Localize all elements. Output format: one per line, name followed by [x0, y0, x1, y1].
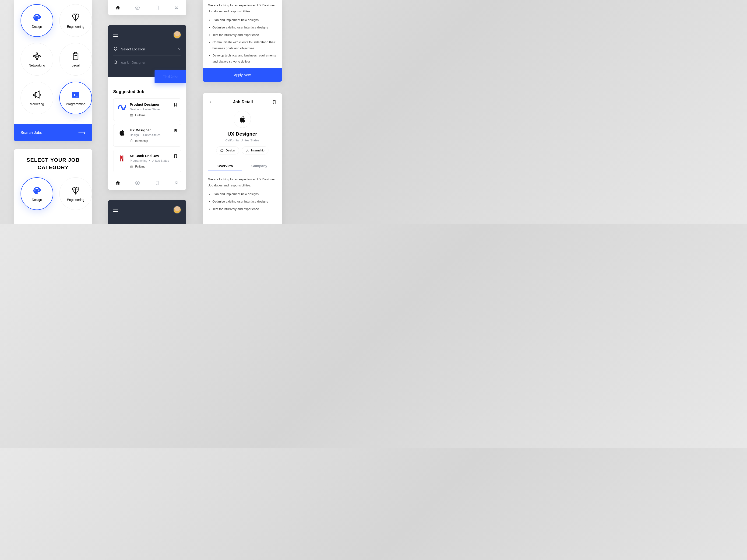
category-marketing[interactable]: Marketing: [21, 82, 53, 114]
panel-title: SELECT YOUR JOB CATEGORY: [14, 156, 92, 171]
search-header: Select Location Find Jobs: [108, 25, 186, 77]
nav-bookmark-icon[interactable]: [155, 5, 159, 10]
chevron-down-icon: [177, 47, 181, 51]
description-bullet: Test for intuitively and experience: [212, 206, 276, 212]
netflix-logo-icon: [117, 154, 127, 163]
job-title: UX Designer: [208, 131, 276, 137]
category-engineering[interactable]: Engineering: [59, 4, 92, 37]
nav-compass-icon[interactable]: [135, 5, 140, 10]
job-description-panel: We are looking for an experienced UX Des…: [203, 0, 282, 82]
briefcase-icon: [220, 149, 224, 152]
job-detail-panel: Job Detail UX Designer California, Unite…: [203, 93, 282, 224]
svg-point-18: [247, 149, 248, 151]
job-description: We are looking for an experienced UX Des…: [208, 0, 276, 64]
categories-grid: Design Engineering Networking Legal Mark…: [14, 0, 92, 141]
terminal-icon: [71, 90, 80, 100]
description-bullet: Test for intuitively and experience: [212, 32, 276, 38]
diamond-icon: [71, 12, 80, 22]
description-bullet: Optimise existing user interface designs: [212, 198, 276, 205]
briefcase-icon: [130, 113, 133, 117]
description-bullet: Optimise existing user interface designs: [212, 25, 276, 31]
description-intro: We are looking for an experienced UX Des…: [208, 177, 276, 188]
svg-point-3: [39, 56, 41, 57]
category-design[interactable]: Design: [21, 4, 53, 37]
tab-bar: [108, 176, 186, 190]
job-title: Product Designer: [130, 102, 177, 106]
description-bullet: Communicate with clients to understand t…: [212, 39, 276, 51]
svg-rect-6: [72, 92, 79, 98]
tab-overview[interactable]: Overview: [208, 161, 242, 171]
suggested-section: Suggested Job Product Designer Design • …: [108, 77, 186, 172]
clipboard-icon: [71, 51, 80, 61]
job-type: Fulltime: [135, 165, 146, 168]
suggested-title: Suggested Job: [113, 89, 181, 94]
svg-rect-17: [221, 150, 223, 152]
avatar[interactable]: [173, 206, 181, 214]
bookmark-filled-icon[interactable]: [174, 128, 178, 133]
type-chip[interactable]: Internship: [242, 146, 268, 155]
search-input[interactable]: [121, 60, 181, 64]
category-label: Legal: [72, 63, 80, 67]
menu-icon[interactable]: [113, 208, 118, 212]
nav-compass-icon[interactable]: [135, 180, 140, 186]
category-engineering[interactable]: Engineering: [59, 177, 92, 210]
search-icon: [113, 60, 118, 64]
find-jobs-button[interactable]: Find Jobs: [155, 70, 186, 83]
category-networking[interactable]: Networking: [21, 43, 53, 76]
category-label: Marketing: [30, 102, 44, 106]
nav-home-icon[interactable]: [115, 180, 121, 186]
nav-bookmark-icon[interactable]: [155, 180, 159, 186]
arrow-right-icon: ⟶: [78, 130, 86, 136]
menu-icon[interactable]: [113, 33, 118, 37]
tab-company[interactable]: Company: [242, 161, 276, 171]
network-icon: [32, 51, 42, 61]
detail-tabs: Overview Company: [208, 161, 276, 171]
megaphone-icon: [32, 90, 42, 100]
avatar[interactable]: [173, 31, 181, 39]
location-select[interactable]: Select Location: [113, 47, 181, 56]
category-design[interactable]: Design: [21, 177, 53, 210]
search-jobs-button[interactable]: Search Jobs ⟶: [14, 124, 92, 141]
home-panel: Select Location Find Jobs Suggested Job …: [108, 25, 186, 190]
category-legal[interactable]: Legal: [59, 43, 92, 76]
palette-icon: [32, 12, 42, 22]
job-meta: Programming • Unites States: [130, 159, 177, 162]
company-logo: [234, 111, 251, 128]
location-placeholder: Select Location: [121, 47, 174, 51]
search-header-repeat: [108, 200, 186, 224]
svg-point-10: [115, 48, 116, 49]
category-label: Design: [32, 198, 42, 202]
svg-point-11: [114, 61, 117, 63]
job-meta: Design • Unites States: [130, 108, 177, 111]
bookmark-icon[interactable]: [174, 154, 178, 158]
job-type: Fulltime: [135, 114, 146, 117]
job-card[interactable]: Product Designer Design • Unites States …: [113, 99, 181, 121]
user-icon: [246, 149, 249, 152]
page-title: Job Detail: [214, 100, 272, 104]
svg-point-9: [176, 6, 177, 7]
category-programming[interactable]: Programming: [59, 82, 92, 114]
search-jobs-label: Search Jobs: [21, 131, 42, 135]
job-card[interactable]: UX Designer Design • Unites States Inter…: [113, 124, 181, 146]
description-bullet: Plan and implement new designs: [212, 191, 276, 197]
category-label: Networking: [29, 63, 45, 67]
category-label: Programming: [66, 102, 85, 106]
svg-point-15: [136, 181, 139, 185]
job-card[interactable]: Sr. Back End Dev Programming • Unites St…: [113, 150, 181, 172]
bookmark-icon[interactable]: [174, 102, 178, 107]
job-meta: Design • Unites States: [130, 133, 177, 137]
nav-profile-icon[interactable]: [174, 5, 179, 10]
nav-home-icon[interactable]: [115, 5, 121, 10]
bookmark-icon[interactable]: [272, 99, 276, 105]
svg-point-16: [176, 181, 177, 183]
category-chip[interactable]: Design: [216, 146, 239, 155]
apply-button[interactable]: Apply Now: [203, 68, 282, 82]
description-intro: We are looking for an experienced UX Des…: [208, 2, 276, 14]
description-bullet: Develop technical and business requireme…: [212, 53, 276, 64]
categories-grid: Design Engineering: [14, 171, 92, 210]
meta-logo-icon: [117, 102, 127, 112]
nav-profile-icon[interactable]: [174, 180, 179, 186]
palette-icon: [32, 186, 42, 195]
back-icon[interactable]: [208, 100, 214, 104]
description-bullet: Plan and implement new designs: [212, 17, 276, 23]
